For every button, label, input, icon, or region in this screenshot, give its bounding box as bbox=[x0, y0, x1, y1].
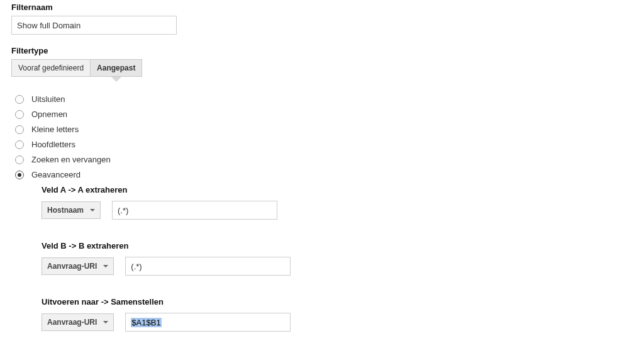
radio-lowercase[interactable]: Kleine letters bbox=[15, 125, 633, 134]
field-a-dropdown[interactable]: Hostnaam bbox=[42, 201, 101, 219]
radio-icon bbox=[15, 95, 24, 104]
output-pattern-input[interactable]: $A1$B1 bbox=[125, 313, 291, 332]
radio-label: Zoeken en vervangen bbox=[31, 155, 111, 164]
radio-uppercase[interactable]: Hoofdletters bbox=[15, 140, 633, 149]
radio-icon bbox=[15, 155, 24, 164]
filter-type-tabs: Vooraf gedefinieerd Aangepast bbox=[11, 59, 633, 77]
radio-label: Uitsluiten bbox=[31, 94, 65, 104]
radio-advanced[interactable]: Geavanceerd bbox=[15, 170, 633, 179]
filter-name-input[interactable] bbox=[11, 16, 177, 35]
radio-search-replace[interactable]: Zoeken en vervangen bbox=[15, 155, 633, 164]
filter-name-label: Filternaam bbox=[11, 3, 633, 12]
output-pattern-text: $A1$B1 bbox=[131, 318, 161, 327]
filter-radio-list: Uitsluiten Opnemen Kleine letters Hoofdl… bbox=[15, 94, 633, 332]
field-b-group: Veld B -> B extraheren Aanvraag-URI bbox=[42, 241, 633, 276]
radio-icon bbox=[15, 110, 24, 119]
field-b-label: Veld B -> B extraheren bbox=[42, 241, 633, 250]
chevron-down-icon bbox=[90, 209, 95, 211]
dropdown-value: Aanvraag-URI bbox=[47, 318, 97, 327]
chevron-down-icon bbox=[103, 321, 108, 323]
radio-icon bbox=[15, 125, 24, 134]
chevron-down-icon bbox=[103, 265, 108, 267]
radio-icon bbox=[15, 171, 24, 179]
output-dropdown[interactable]: Aanvraag-URI bbox=[42, 313, 114, 331]
radio-label: Kleine letters bbox=[31, 125, 79, 134]
tab-custom[interactable]: Aangepast bbox=[91, 59, 142, 77]
dropdown-value: Aanvraag-URI bbox=[47, 262, 97, 271]
radio-exclude[interactable]: Uitsluiten bbox=[15, 94, 633, 104]
output-group: Uitvoeren naar -> Samenstellen Aanvraag-… bbox=[42, 297, 633, 332]
radio-include[interactable]: Opnemen bbox=[15, 110, 633, 119]
field-b-dropdown[interactable]: Aanvraag-URI bbox=[42, 257, 114, 275]
field-a-pattern-input[interactable] bbox=[112, 201, 277, 220]
radio-label: Opnemen bbox=[31, 110, 67, 119]
field-a-label: Veld A -> A extraheren bbox=[42, 185, 633, 194]
radio-label: Hoofdletters bbox=[31, 140, 75, 149]
tab-predefined[interactable]: Vooraf gedefinieerd bbox=[11, 59, 91, 77]
filter-type-label: Filtertype bbox=[11, 46, 633, 55]
field-a-group: Veld A -> A extraheren Hostnaam bbox=[42, 185, 633, 220]
output-label: Uitvoeren naar -> Samenstellen bbox=[42, 297, 633, 306]
radio-icon bbox=[15, 140, 24, 149]
dropdown-value: Hostnaam bbox=[47, 206, 84, 215]
radio-label: Geavanceerd bbox=[31, 170, 80, 179]
advanced-section: Veld A -> A extraheren Hostnaam Veld B -… bbox=[42, 185, 633, 332]
field-b-pattern-input[interactable] bbox=[125, 257, 291, 276]
